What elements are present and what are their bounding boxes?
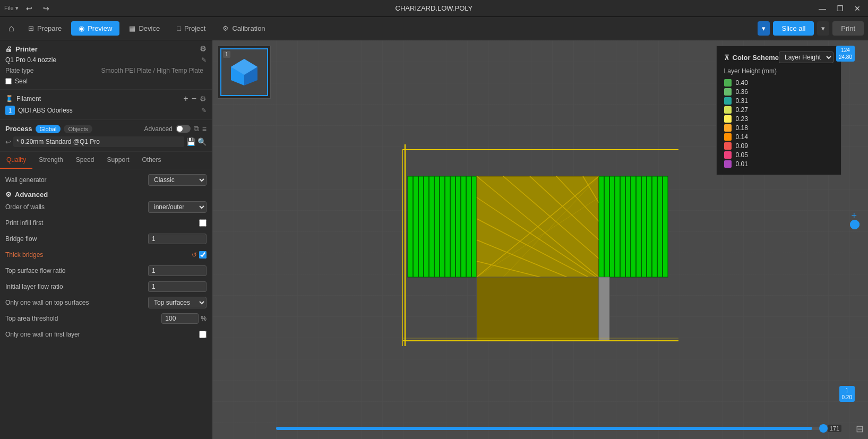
copy-process-button[interactable]: ⧉ — [194, 124, 199, 133]
tab-speed[interactable]: Speed — [70, 152, 101, 169]
advanced-section-title: ⚙ Advanced — [5, 191, 207, 199]
wall-generator-dropdown[interactable]: Classic — [148, 174, 207, 186]
filament-gear-icon[interactable]: ⚙ — [200, 94, 207, 103]
3d-scene[interactable]: 1 — [212, 40, 868, 439]
plate-type-label: Plate type — [5, 67, 33, 74]
printer-gear-icon[interactable]: ⚙ — [200, 45, 207, 53]
cs-color-0 — [724, 79, 732, 87]
titlebar-controls: — ❐ ✕ — [815, 3, 864, 14]
order-walls-dropdown[interactable]: inner/outer — [148, 201, 207, 213]
device-icon: ▦ — [129, 24, 135, 32]
print-dropdown-button[interactable]: ▾ — [817, 21, 829, 36]
seal-checkbox[interactable] — [5, 78, 12, 84]
process-settings-button[interactable]: ≡ — [202, 124, 207, 133]
minimize-button[interactable]: — — [815, 3, 829, 14]
plate-type-row: Plate type Smooth PEI Plate / High Temp … — [5, 66, 207, 75]
printer-name: Q1 Pro 0.4 nozzle — [5, 56, 56, 64]
titlebar-left: File ▾ ↩ ↪ — [4, 3, 53, 14]
cs-label-5: 0.18 — [736, 124, 748, 132]
filament-edit-icon[interactable]: ✎ — [201, 107, 207, 114]
initial-layer-flow-input[interactable] — [148, 281, 207, 292]
undo-button[interactable]: ↩ — [23, 3, 36, 14]
only-one-wall-first-checkbox[interactable] — [199, 331, 207, 338]
top-area-threshold-input[interactable] — [161, 313, 199, 324]
print-infill-first-checkbox[interactable] — [199, 219, 207, 227]
tab-preview[interactable]: ◉ Preview — [71, 21, 119, 36]
filament-item: 1 QIDI ABS Odorless ✎ — [5, 106, 207, 115]
tab-prepare[interactable]: ⊞ Prepare — [21, 21, 69, 36]
home-button[interactable]: ⌂ — [4, 21, 19, 36]
undo-process-icon[interactable]: ↩ — [5, 138, 11, 146]
only-one-wall-first-row: Only one wall on first layer — [5, 328, 207, 341]
tab-support[interactable]: Support — [100, 152, 135, 169]
bottom-slider-fill — [276, 427, 812, 430]
tab-project[interactable]: □ Project — [169, 21, 213, 36]
top-surface-flow-input[interactable] — [148, 265, 207, 276]
print-infill-first-row: Print infill first — [5, 217, 207, 229]
printer-edit-icon[interactable]: ✎ — [201, 56, 207, 64]
redo-button[interactable]: ↪ — [40, 3, 53, 14]
process-title: Process — [5, 125, 32, 133]
cs-color-3 — [724, 106, 732, 114]
main-layout: 🖨 Printer ⚙ Q1 Pro 0.4 nozzle ✎ Plate ty… — [0, 40, 868, 439]
tab-device[interactable]: ▦ Device — [122, 21, 167, 36]
advanced-toggle[interactable] — [176, 125, 191, 133]
tab-calibration[interactable]: ⚙ Calibration — [215, 21, 272, 36]
thick-bridges-checkbox[interactable] — [199, 251, 207, 259]
3d-model-svg — [402, 144, 678, 346]
seal-row: Seal — [5, 78, 207, 85]
cs-color-8 — [724, 151, 732, 159]
cs-item-3: 0.27 — [724, 106, 833, 114]
cs-label-8: 0.05 — [736, 151, 748, 159]
tab-others[interactable]: Others — [135, 152, 167, 169]
tab-strength[interactable]: Strength — [32, 152, 69, 169]
percent-suffix: % — [201, 315, 207, 322]
tab-quality[interactable]: Quality — [0, 152, 32, 169]
search-preset-button[interactable]: 🔍 — [197, 137, 207, 146]
filament-remove-button[interactable]: − — [192, 94, 196, 104]
maximize-button[interactable]: ❐ — [833, 3, 847, 14]
bottom-slider-track[interactable] — [276, 427, 823, 430]
close-button[interactable]: ✕ — [851, 3, 864, 14]
cs-color-5 — [724, 124, 732, 132]
thumbnail-model-icon — [228, 56, 260, 88]
cs-label-6: 0.14 — [736, 133, 748, 141]
print-button[interactable]: Print — [832, 21, 864, 36]
top-area-threshold-row: Top area threshold % — [5, 312, 207, 325]
cs-label-3: 0.27 — [736, 106, 748, 114]
bottom-slider-value: 171 — [828, 425, 841, 432]
tag-global[interactable]: Global — [36, 125, 61, 133]
only-one-wall-top-dropdown[interactable]: Top surfaces — [148, 297, 207, 308]
cs-label-7: 0.09 — [736, 142, 748, 150]
left-panel: 🖨 Printer ⚙ Q1 Pro 0.4 nozzle ✎ Plate ty… — [0, 40, 212, 439]
tag-objects[interactable]: Objects — [64, 125, 92, 133]
filament-icon: 🧵 — [5, 95, 13, 102]
cs-item-7: 0.09 — [724, 142, 833, 150]
only-one-wall-top-row: Only one wall on top surfaces Top surfac… — [5, 296, 207, 309]
cs-label-0: 0.40 — [736, 79, 748, 87]
slice-all-button[interactable]: Slice all — [773, 21, 814, 36]
color-scheme-expand-icon[interactable]: ⊼ — [724, 54, 729, 62]
advanced-label: Advanced — [144, 125, 172, 133]
slice-dropdown-button[interactable]: ▾ — [758, 21, 770, 36]
thick-bridges-row: Thick bridges ↺ — [5, 248, 207, 261]
thick-bridges-reset-icon[interactable]: ↺ — [192, 251, 197, 259]
file-menu[interactable]: File ▾ — [4, 5, 19, 12]
color-scheme-subtitle: Layer Height (mm) — [724, 67, 833, 75]
process-section: Process Global Objects Advanced ⧉ ≡ ↩ * … — [0, 120, 212, 152]
slider-thumb-bottom[interactable] — [850, 220, 860, 229]
color-scheme-dropdown[interactable]: Layer Height — [779, 51, 833, 63]
bridge-flow-input[interactable] — [148, 234, 207, 244]
cs-item-0: 0.40 — [724, 79, 833, 87]
save-preset-button[interactable]: 💾 — [186, 137, 195, 146]
layer-icon[interactable]: ⊟ — [856, 423, 864, 435]
cs-color-6 — [724, 133, 732, 141]
bottom-slider-thumb[interactable] — [819, 424, 828, 433]
filament-add-button[interactable]: + — [183, 94, 188, 104]
settings-icon: ⚙ — [5, 191, 12, 199]
prepare-icon: ⊞ — [28, 24, 34, 32]
color-scheme-items: 0.40 0.36 0.31 0.27 — [724, 79, 833, 168]
cs-item-5: 0.18 — [724, 124, 833, 132]
initial-layer-flow-row: Initial layer flow ratio — [5, 280, 207, 293]
process-controls: ⧉ ≡ — [194, 124, 207, 133]
